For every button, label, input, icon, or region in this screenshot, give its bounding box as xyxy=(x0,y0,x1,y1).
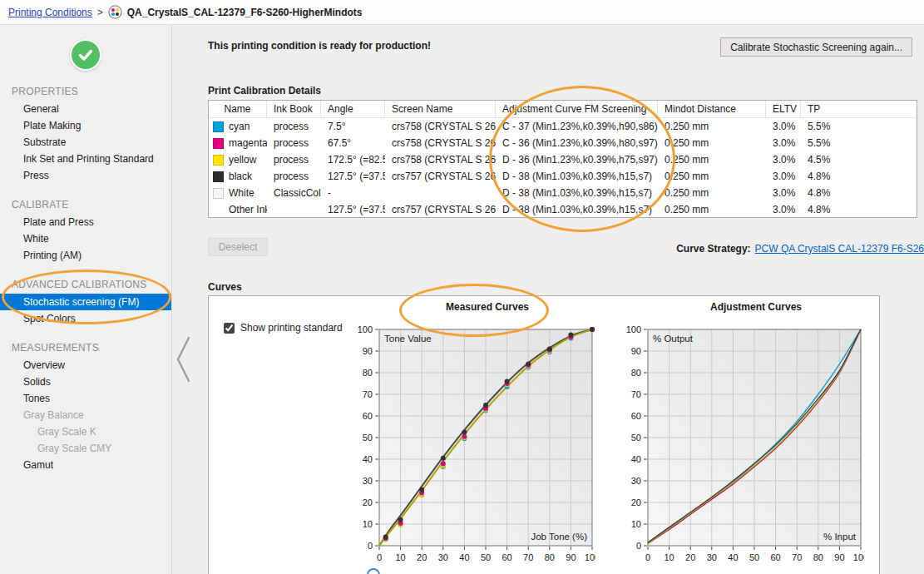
cell-adjustment: C - 36 (Min1.23%,k0.39%,h80,s97) xyxy=(496,135,658,151)
table-row-other-inks[interactable]: Other Inks 127.5° (=37.5°) crs757 (CRYST… xyxy=(209,201,917,218)
cell-screen: crs758 (CRYSTAL S 260 19-12) xyxy=(385,151,496,168)
measured-curves-chart: 0102030405060708090100010203040506070809… xyxy=(346,318,595,566)
nav-group-label: PROPERTIES xyxy=(0,82,171,101)
sidebar-item-plate-making[interactable]: Plate Making xyxy=(0,117,171,134)
status-message: This printing condition is ready for pro… xyxy=(208,40,431,52)
sidebar-item-general[interactable]: General xyxy=(0,101,171,117)
svg-text:20: 20 xyxy=(685,552,695,562)
svg-text:30: 30 xyxy=(363,476,373,486)
svg-text:70: 70 xyxy=(631,389,641,399)
cell-mindot: 0.250 mm xyxy=(658,185,766,201)
ink-swatch xyxy=(213,205,224,215)
breadcrumb-link-printing-conditions[interactable]: Printing Conditions xyxy=(8,7,92,18)
measured-curves-title: Measured Curves xyxy=(346,301,595,318)
svg-text:10: 10 xyxy=(631,519,641,529)
nav-group-label: MEASUREMENTS xyxy=(0,339,171,357)
cell-mindot: 0.250 mm xyxy=(658,118,766,135)
cell-ink-book xyxy=(267,201,321,218)
table-row-cyan[interactable]: cyan process 7.5° crs758 (CRYSTAL S 260 … xyxy=(209,118,917,135)
svg-text:10: 10 xyxy=(395,552,405,562)
sidebar-item-solids[interactable]: Solids xyxy=(0,374,171,390)
table-row-white[interactable]: White ClassicColors - D - 38 (Min1.03%,k… xyxy=(209,185,917,201)
adjustment-curves-chart-block: Adjustment Curves 0102030405060708090100… xyxy=(615,301,864,566)
sidebar-item-tones[interactable]: Tones xyxy=(0,390,171,407)
svg-text:100: 100 xyxy=(853,552,864,562)
svg-text:30: 30 xyxy=(631,476,641,486)
cell-angle: 7.5° xyxy=(321,118,385,135)
svg-text:20: 20 xyxy=(631,497,641,507)
cell-adjustment: D - 38 (Min1.03%,k0.39%,h15,s7) xyxy=(496,168,658,185)
cell-tp: 4.5% xyxy=(801,151,841,168)
table-header-row: Name Ink Book Angle Screen Name Adjustme… xyxy=(209,101,917,118)
cell-mindot: 0.250 mm xyxy=(658,201,766,218)
sidebar-item-overview[interactable]: Overview xyxy=(0,357,171,374)
cell-eltv: 3.0% xyxy=(766,168,801,185)
sidebar-item-printing-am[interactable]: Printing (AM) xyxy=(0,247,171,264)
column-header-eltv: ELTV xyxy=(766,101,801,117)
svg-text:10: 10 xyxy=(664,552,674,562)
svg-text:0: 0 xyxy=(368,541,373,551)
cell-tp: 5.5% xyxy=(801,118,841,135)
cell-eltv: 3.0% xyxy=(766,151,801,168)
ink-name: Other Inks xyxy=(229,201,267,218)
show-printing-standard-row[interactable]: Show printing standard xyxy=(224,322,343,334)
cell-mindot: 0.250 mm xyxy=(658,135,766,151)
nav-group-label: ADVANCED CALIBRATIONS xyxy=(0,275,171,294)
svg-text:80: 80 xyxy=(545,552,555,562)
svg-text:% Output: % Output xyxy=(653,334,694,344)
cell-angle: 67.5° xyxy=(321,135,385,151)
sidebar-item-substrate[interactable]: Substrate xyxy=(0,134,171,151)
svg-text:Tone Value: Tone Value xyxy=(384,334,432,344)
nav-group-advanced-calibrations: ADVANCED CALIBRATIONS Stochastic screeni… xyxy=(0,275,171,327)
cell-ink-book: process xyxy=(267,135,321,151)
ink-name: yellow xyxy=(229,151,256,168)
table-row-black[interactable]: black process 127.5° (=37.5°) crs757 (CR… xyxy=(209,168,917,185)
sidebar-item-white[interactable]: White xyxy=(0,230,171,247)
column-header-ink-book: Ink Book xyxy=(267,101,321,117)
breadcrumb: Printing Conditions > QA_CrystalS_CAL-12… xyxy=(0,0,924,25)
sidebar-item-spot-colors[interactable]: Spot Colors xyxy=(0,310,171,327)
curves-panel: Show printing standard Measured Curves 0… xyxy=(208,295,880,574)
sidebar-item-gray-balance: Gray Balance xyxy=(0,407,171,423)
curves-section-title: Curves xyxy=(208,281,242,293)
sidebar-item-stochastic-screening-fm[interactable]: Stochastic screening (FM) xyxy=(0,294,171,310)
sidebar-item-gamut[interactable]: Gamut xyxy=(0,457,171,473)
calibrate-again-button[interactable]: Calibrate Stochastic Screening again... xyxy=(720,37,912,57)
sidebar-item-press[interactable]: Press xyxy=(0,167,171,184)
table-row-yellow[interactable]: yellow process 172.5° (=82.5°) crs758 (C… xyxy=(209,151,917,168)
svg-text:0: 0 xyxy=(636,541,641,551)
ink-name: magenta xyxy=(229,135,267,151)
ink-swatch xyxy=(213,121,224,132)
svg-text:100: 100 xyxy=(585,552,595,562)
svg-text:20: 20 xyxy=(417,552,427,562)
cell-eltv: 3.0% xyxy=(766,185,801,201)
cell-ink-book: process xyxy=(267,151,321,168)
cell-ink-book: process xyxy=(267,168,321,185)
ink-swatch xyxy=(213,138,224,149)
ink-swatch xyxy=(213,171,224,182)
svg-text:40: 40 xyxy=(728,552,738,562)
cell-angle: 127.5° (=37.5°) xyxy=(321,168,385,185)
curve-strategy-link[interactable]: PCW QA CrystalS CAL-12379 F6-S26 xyxy=(755,243,924,255)
svg-text:20: 20 xyxy=(363,497,373,507)
collapse-panel-chevron-icon[interactable] xyxy=(175,334,193,384)
cell-tp: 5.5% xyxy=(801,135,841,151)
nav-group-properties: PROPERTIES General Plate Making Substrat… xyxy=(0,82,171,184)
table-row-magenta[interactable]: magenta process 67.5° crs758 (CRYSTAL S … xyxy=(209,135,917,151)
sidebar-item-ink-set[interactable]: Ink Set and Printing Standard xyxy=(0,151,171,167)
cell-adjustment: D - 38 (Min1.03%,k0.39%,h15,s7) xyxy=(496,201,658,218)
svg-text:90: 90 xyxy=(363,346,373,356)
cell-tp: 4.8% xyxy=(801,201,841,218)
sidebar-item-plate-and-press[interactable]: Plate and Press xyxy=(0,214,171,230)
show-printing-standard-checkbox[interactable] xyxy=(224,323,235,334)
cell-tp: 4.8% xyxy=(801,185,841,201)
printing-condition-icon xyxy=(108,5,122,19)
measured-curves-chart-block: Measured Curves 010203040506070809010001… xyxy=(346,301,595,566)
page-title: QA_CrystalS_CAL-12379_F6-S260-HigherMind… xyxy=(127,7,363,18)
ink-name: black xyxy=(229,168,252,185)
svg-text:50: 50 xyxy=(749,552,759,562)
svg-text:60: 60 xyxy=(631,411,641,421)
svg-text:70: 70 xyxy=(363,389,373,399)
cell-eltv: 3.0% xyxy=(766,135,801,151)
svg-text:0: 0 xyxy=(645,552,650,562)
